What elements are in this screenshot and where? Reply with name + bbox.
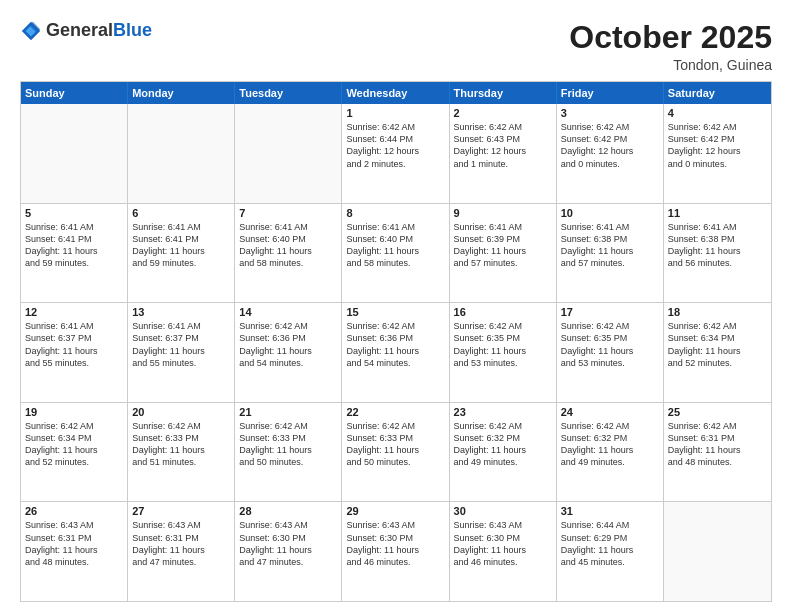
calendar-cell: 24Sunrise: 6:42 AMSunset: 6:32 PMDayligh… [557, 403, 664, 502]
cell-info: Sunrise: 6:41 AMSunset: 6:38 PMDaylight:… [561, 221, 659, 270]
calendar-cell [235, 104, 342, 203]
day-number: 11 [668, 207, 767, 219]
day-header-wednesday: Wednesday [342, 82, 449, 104]
day-number: 12 [25, 306, 123, 318]
calendar-cell: 8Sunrise: 6:41 AMSunset: 6:40 PMDaylight… [342, 204, 449, 303]
day-header-monday: Monday [128, 82, 235, 104]
day-number: 25 [668, 406, 767, 418]
day-number: 9 [454, 207, 552, 219]
calendar-cell: 22Sunrise: 6:42 AMSunset: 6:33 PMDayligh… [342, 403, 449, 502]
logo-icon [20, 20, 42, 42]
day-number: 19 [25, 406, 123, 418]
calendar-cell: 18Sunrise: 6:42 AMSunset: 6:34 PMDayligh… [664, 303, 771, 402]
cell-info: Sunrise: 6:42 AMSunset: 6:34 PMDaylight:… [668, 320, 767, 369]
calendar-cell: 7Sunrise: 6:41 AMSunset: 6:40 PMDaylight… [235, 204, 342, 303]
calendar-cell: 5Sunrise: 6:41 AMSunset: 6:41 PMDaylight… [21, 204, 128, 303]
day-number: 18 [668, 306, 767, 318]
day-header-thursday: Thursday [450, 82, 557, 104]
day-number: 27 [132, 505, 230, 517]
calendar-week-1: 1Sunrise: 6:42 AMSunset: 6:44 PMDaylight… [21, 104, 771, 204]
day-number: 28 [239, 505, 337, 517]
cell-info: Sunrise: 6:42 AMSunset: 6:33 PMDaylight:… [132, 420, 230, 469]
day-number: 14 [239, 306, 337, 318]
day-number: 8 [346, 207, 444, 219]
calendar-cell: 4Sunrise: 6:42 AMSunset: 6:42 PMDaylight… [664, 104, 771, 203]
logo-general: General [46, 20, 113, 42]
calendar-cell: 16Sunrise: 6:42 AMSunset: 6:35 PMDayligh… [450, 303, 557, 402]
day-number: 10 [561, 207, 659, 219]
calendar-cell: 21Sunrise: 6:42 AMSunset: 6:33 PMDayligh… [235, 403, 342, 502]
cell-info: Sunrise: 6:41 AMSunset: 6:40 PMDaylight:… [346, 221, 444, 270]
cell-info: Sunrise: 6:42 AMSunset: 6:35 PMDaylight:… [454, 320, 552, 369]
cell-info: Sunrise: 6:41 AMSunset: 6:37 PMDaylight:… [132, 320, 230, 369]
calendar-cell: 3Sunrise: 6:42 AMSunset: 6:42 PMDaylight… [557, 104, 664, 203]
day-number: 26 [25, 505, 123, 517]
day-number: 1 [346, 107, 444, 119]
day-number: 13 [132, 306, 230, 318]
calendar-body: 1Sunrise: 6:42 AMSunset: 6:44 PMDaylight… [21, 104, 771, 601]
header: GeneralBlue October 2025 Tondon, Guinea [20, 20, 772, 73]
cell-info: Sunrise: 6:43 AMSunset: 6:30 PMDaylight:… [454, 519, 552, 568]
calendar-week-2: 5Sunrise: 6:41 AMSunset: 6:41 PMDaylight… [21, 204, 771, 304]
calendar-cell: 9Sunrise: 6:41 AMSunset: 6:39 PMDaylight… [450, 204, 557, 303]
cell-info: Sunrise: 6:42 AMSunset: 6:33 PMDaylight:… [346, 420, 444, 469]
page: GeneralBlue October 2025 Tondon, Guinea … [0, 0, 792, 612]
calendar-cell: 10Sunrise: 6:41 AMSunset: 6:38 PMDayligh… [557, 204, 664, 303]
day-header-saturday: Saturday [664, 82, 771, 104]
day-number: 17 [561, 306, 659, 318]
calendar-header: SundayMondayTuesdayWednesdayThursdayFrid… [21, 82, 771, 104]
calendar-cell [664, 502, 771, 601]
calendar-cell: 14Sunrise: 6:42 AMSunset: 6:36 PMDayligh… [235, 303, 342, 402]
logo: GeneralBlue [20, 20, 152, 42]
calendar-cell: 2Sunrise: 6:42 AMSunset: 6:43 PMDaylight… [450, 104, 557, 203]
day-number: 31 [561, 505, 659, 517]
day-number: 6 [132, 207, 230, 219]
logo-text: GeneralBlue [46, 20, 152, 42]
cell-info: Sunrise: 6:42 AMSunset: 6:33 PMDaylight:… [239, 420, 337, 469]
cell-info: Sunrise: 6:42 AMSunset: 6:43 PMDaylight:… [454, 121, 552, 170]
cell-info: Sunrise: 6:42 AMSunset: 6:42 PMDaylight:… [561, 121, 659, 170]
day-number: 5 [25, 207, 123, 219]
calendar-cell: 28Sunrise: 6:43 AMSunset: 6:30 PMDayligh… [235, 502, 342, 601]
calendar-cell: 31Sunrise: 6:44 AMSunset: 6:29 PMDayligh… [557, 502, 664, 601]
day-number: 30 [454, 505, 552, 517]
cell-info: Sunrise: 6:42 AMSunset: 6:32 PMDaylight:… [561, 420, 659, 469]
cell-info: Sunrise: 6:42 AMSunset: 6:31 PMDaylight:… [668, 420, 767, 469]
calendar-cell: 12Sunrise: 6:41 AMSunset: 6:37 PMDayligh… [21, 303, 128, 402]
calendar-cell: 26Sunrise: 6:43 AMSunset: 6:31 PMDayligh… [21, 502, 128, 601]
title-area: October 2025 Tondon, Guinea [569, 20, 772, 73]
day-number: 20 [132, 406, 230, 418]
calendar-week-4: 19Sunrise: 6:42 AMSunset: 6:34 PMDayligh… [21, 403, 771, 503]
day-number: 16 [454, 306, 552, 318]
cell-info: Sunrise: 6:42 AMSunset: 6:42 PMDaylight:… [668, 121, 767, 170]
cell-info: Sunrise: 6:41 AMSunset: 6:38 PMDaylight:… [668, 221, 767, 270]
cell-info: Sunrise: 6:41 AMSunset: 6:37 PMDaylight:… [25, 320, 123, 369]
day-header-sunday: Sunday [21, 82, 128, 104]
day-number: 21 [239, 406, 337, 418]
calendar-cell [21, 104, 128, 203]
day-number: 29 [346, 505, 444, 517]
calendar: SundayMondayTuesdayWednesdayThursdayFrid… [20, 81, 772, 602]
calendar-cell: 30Sunrise: 6:43 AMSunset: 6:30 PMDayligh… [450, 502, 557, 601]
location: Tondon, Guinea [569, 57, 772, 73]
cell-info: Sunrise: 6:42 AMSunset: 6:36 PMDaylight:… [239, 320, 337, 369]
cell-info: Sunrise: 6:42 AMSunset: 6:34 PMDaylight:… [25, 420, 123, 469]
day-number: 4 [668, 107, 767, 119]
day-number: 3 [561, 107, 659, 119]
calendar-cell: 15Sunrise: 6:42 AMSunset: 6:36 PMDayligh… [342, 303, 449, 402]
calendar-week-5: 26Sunrise: 6:43 AMSunset: 6:31 PMDayligh… [21, 502, 771, 601]
cell-info: Sunrise: 6:41 AMSunset: 6:39 PMDaylight:… [454, 221, 552, 270]
cell-info: Sunrise: 6:41 AMSunset: 6:41 PMDaylight:… [25, 221, 123, 270]
calendar-cell: 1Sunrise: 6:42 AMSunset: 6:44 PMDaylight… [342, 104, 449, 203]
cell-info: Sunrise: 6:42 AMSunset: 6:36 PMDaylight:… [346, 320, 444, 369]
calendar-cell: 20Sunrise: 6:42 AMSunset: 6:33 PMDayligh… [128, 403, 235, 502]
day-number: 7 [239, 207, 337, 219]
month-title: October 2025 [569, 20, 772, 55]
day-number: 22 [346, 406, 444, 418]
day-number: 15 [346, 306, 444, 318]
calendar-cell: 17Sunrise: 6:42 AMSunset: 6:35 PMDayligh… [557, 303, 664, 402]
calendar-week-3: 12Sunrise: 6:41 AMSunset: 6:37 PMDayligh… [21, 303, 771, 403]
calendar-cell: 11Sunrise: 6:41 AMSunset: 6:38 PMDayligh… [664, 204, 771, 303]
calendar-cell: 29Sunrise: 6:43 AMSunset: 6:30 PMDayligh… [342, 502, 449, 601]
calendar-cell: 27Sunrise: 6:43 AMSunset: 6:31 PMDayligh… [128, 502, 235, 601]
